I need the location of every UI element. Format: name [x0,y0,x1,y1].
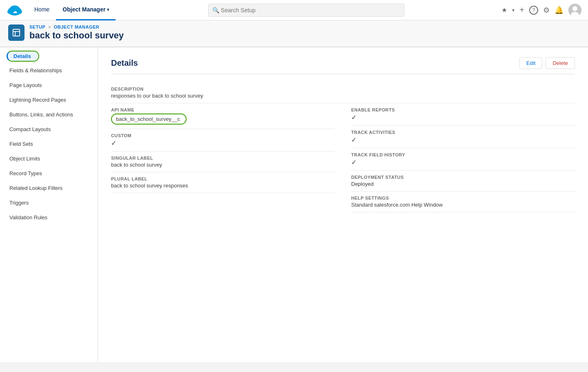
sidebar-item-record-types[interactable]: Record Types [0,166,98,181]
breadcrumb-separator: > [48,25,51,29]
sidebar: Details Fields & Relationships Page Layo… [0,47,98,362]
track-field-history-field: Track Field History ✓ [351,148,575,171]
breadcrumb-bar: SETUP > OBJECT MANAGER back to school su… [0,20,588,47]
track-activities-field: Track Activities ✓ [351,126,575,148]
enable-reports-label: Enable Reports [351,107,575,112]
track-activities-check: ✓ [351,136,575,144]
object-icon [8,25,24,41]
right-fields: Enable Reports ✓ Track Activities ✓ Trac… [351,103,575,212]
api-name-circled: back_to_school_survey__c [111,114,187,125]
custom-check: ✓ [111,139,335,147]
deployment-status-value: Deployed [351,181,575,187]
top-nav-right: ★ ▾ + ? ⚙ 🔔 [501,4,581,17]
content-area: Details Fields & Relationships Page Layo… [0,47,588,362]
delete-button[interactable]: Delete [546,57,575,69]
description-value: responses to our back to school survey [111,93,575,99]
detail-section: Description responses to our back to sch… [111,82,575,212]
help-settings-field: Help Settings Standard salesforce.com He… [351,192,575,212]
search-bar: 🔍 [116,4,497,17]
plural-label-field: Plural Label back to school survey respo… [111,172,335,193]
sidebar-item-page-layouts[interactable]: Page Layouts [0,78,98,93]
main-content: Details Edit Delete Description response… [98,47,588,362]
track-field-history-label: Track Field History [351,152,575,157]
main-header: Details Edit Delete [111,57,575,74]
description-label: Description [111,87,575,91]
plural-label-value: back to school survey responses [111,183,335,189]
search-icon: 🔍 [212,7,219,13]
custom-field: Custom ✓ [111,129,335,151]
api-name-field: API Name back_to_school_survey__c [111,103,335,129]
nav-object-manager[interactable]: Object Manager ▾ [56,0,116,20]
avatar[interactable] [568,4,581,17]
enable-reports-field: Enable Reports ✓ [351,103,575,126]
edit-button[interactable]: Edit [519,57,542,69]
sidebar-item-compact-layouts[interactable]: Compact Layouts [0,122,98,137]
sidebar-item-lightning-record-pages[interactable]: Lightning Record Pages [0,93,98,107]
svg-rect-8 [13,29,20,36]
sidebar-item-buttons-links-actions[interactable]: Buttons, Links, and Actions [0,107,98,122]
nav-home[interactable]: Home [28,0,56,20]
section-title: Details [111,58,138,68]
description-field: Description responses to our back to sch… [111,82,575,103]
api-name-value: back_to_school_survey__c [111,114,335,125]
top-nav: ☁ Home Object Manager ▾ 🔍 ★ ▾ + ? ⚙ 🔔 [0,0,588,20]
deployment-status-label: Deployment Status [351,175,575,180]
sidebar-item-validation-rules[interactable]: Validation Rules [0,210,98,225]
track-field-history-check: ✓ [351,158,575,166]
sidebar-item-details[interactable]: Details [7,51,39,62]
main-actions: Edit Delete [519,57,575,69]
custom-label: Custom [111,133,335,138]
star-icon[interactable]: ★ [501,6,507,14]
salesforce-logo[interactable]: ☁ [7,2,23,18]
singular-label-field: Singular Label back to school survey [111,151,335,172]
sidebar-item-triggers[interactable]: Triggers [0,196,98,210]
nav-links: Home Object Manager ▾ [28,0,116,20]
breadcrumb-header: SETUP > OBJECT MANAGER back to school su… [0,20,588,47]
deployment-status-field: Deployment Status Deployed [351,171,575,192]
gear-icon[interactable]: ⚙ [543,6,550,15]
breadcrumb-object-manager-link[interactable]: OBJECT MANAGER [54,25,100,29]
enable-reports-check: ✓ [351,114,575,121]
add-icon[interactable]: + [519,5,524,15]
help-icon[interactable]: ? [529,6,538,15]
left-fields: API Name back_to_school_survey__c Custom… [111,103,335,212]
singular-label-value: back to school survey [111,162,335,168]
svg-point-6 [572,6,577,11]
plural-label-label: Plural Label [111,176,335,181]
help-settings-label: Help Settings [351,196,575,200]
sidebar-item-fields-relationships[interactable]: Fields & Relationships [0,63,98,78]
track-activities-label: Track Activities [351,130,575,135]
search-input[interactable] [208,4,404,17]
sidebar-item-object-limits[interactable]: Object Limits [0,151,98,166]
singular-label-label: Singular Label [111,156,335,160]
sidebar-item-field-sets[interactable]: Field Sets [0,137,98,151]
api-name-label: API Name [111,107,335,112]
chevron-down-icon: ▾ [107,7,109,12]
chevron-down-icon[interactable]: ▾ [512,7,514,13]
breadcrumb-setup-link[interactable]: SETUP [29,25,45,29]
svg-text:☁: ☁ [13,9,17,14]
search-input-wrap: 🔍 [208,4,404,17]
help-settings-value: Standard salesforce.com Help Window [351,202,575,208]
sidebar-item-related-lookup-filters[interactable]: Related Lookup Filters [0,181,98,196]
breadcrumb: SETUP > OBJECT MANAGER [29,25,124,29]
page-title: back to school survey [29,30,124,41]
breadcrumb-content: SETUP > OBJECT MANAGER back to school su… [29,25,124,41]
bell-icon[interactable]: 🔔 [555,6,564,15]
two-col-section: API Name back_to_school_survey__c Custom… [111,103,575,212]
